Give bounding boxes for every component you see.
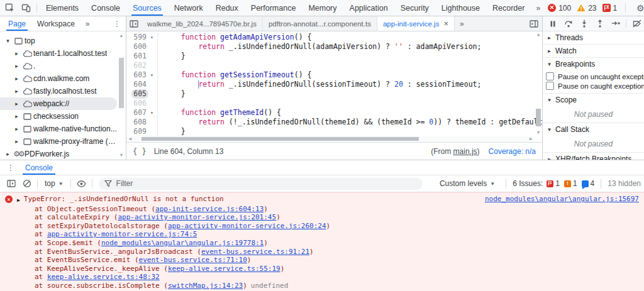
error-source-link[interactable]: node_modules\angular\angular.js:15697 [485,195,639,204]
tree-collapsed-icon[interactable]: ▸ [13,126,21,132]
stack-source-link[interactable]: app-activity-monitor-service.js:260:24 [168,222,326,230]
tree-item-tenant-1-localhost-test[interactable]: ▸tenant-1.localhost.test [0,47,117,60]
section-scope[interactable]: ▾Scope [543,93,644,106]
deactivate-breakpoints-button[interactable] [629,17,644,31]
sourcemap-file-link[interactable]: main.js [453,147,477,156]
gutter-cell[interactable]: 602 [126,61,158,70]
tree-collapsed-icon[interactable]: ▸ [13,75,21,82]
checkbox-icon[interactable] [546,82,554,90]
scrollbar-thumb[interactable] [142,137,419,141]
tab-memory[interactable]: Memory [302,0,343,16]
stack-source-link[interactable]: app-init-service.js:604:13 [155,205,264,213]
gutter-cell[interactable]: 605 [126,89,158,99]
tree-collapsed-icon[interactable]: ▸ [13,101,21,107]
section-watch[interactable]: ▸Watch [543,44,644,57]
gutter-cell[interactable]: 604 [126,80,158,89]
editor-tab-walkme-lib-2024-7894570e-br-js[interactable]: walkme_lib_2024...7894570e.br.js [142,16,263,31]
section-threads[interactable]: ▸Threads [543,31,644,44]
tab-console[interactable]: Console [85,0,126,16]
tree-item-checksession[interactable]: ▸checksession [0,110,117,123]
checkbox-pause-on-caught-exceptions[interactable]: Pause on caught exceptions [543,81,644,91]
step-over-button[interactable] [560,17,576,31]
javascript-context-select[interactable]: top ▼ [40,179,68,188]
issue-badge-error[interactable]: 1 [547,179,560,188]
tab-network[interactable]: Network [168,0,209,16]
navigator-tab-page[interactable]: Page [3,16,31,31]
scroll-right-icon[interactable]: ▶ [527,135,535,143]
coverage-link[interactable]: Coverage: n/a [489,147,536,156]
tree-collapsed-icon[interactable]: ▸ [13,113,21,119]
gutter-cell[interactable]: 603▾ [126,70,158,80]
tab-elements[interactable]: Elements [40,0,85,16]
tree-collapsed-icon[interactable]: ▸ [13,50,21,57]
editor-more-tabs-button[interactable]: » [455,16,469,31]
warning-count-badge[interactable]: 23 [577,4,596,13]
fold-arrow-icon[interactable]: ▾ [148,70,155,80]
checkbox-pause-on-uncaught-exceptions[interactable]: Pause on uncaught exceptions [543,72,644,81]
clear-console-button[interactable] [19,177,35,190]
gutter-cell[interactable]: 607▾ [126,108,158,118]
step-button[interactable] [608,17,623,31]
pretty-print-button[interactable]: { } [133,147,147,156]
stack-source-link[interactable]: keep-alive.service.ts:55:19 [168,265,280,273]
tree-item-webpack[interactable]: ▸webpack:// [0,97,117,110]
tree-expanded-icon[interactable]: ▾ [4,38,12,44]
tab-redux[interactable]: Redux [209,0,245,16]
show-drawer-panel-button[interactable] [526,16,542,31]
tree-collapsed-icon[interactable]: ▸ [13,63,21,69]
pause-script-button[interactable] [545,17,560,31]
live-expression-button[interactable] [74,177,89,190]
fold-arrow-icon[interactable]: ▾ [148,108,155,118]
tab-sources[interactable]: Sources [126,0,168,16]
tree-item-cdn-walkme-com[interactable]: ▸cdn.walkme.com [0,72,117,85]
tree-collapsed-icon[interactable]: ▸ [13,88,21,94]
tree-item-fastly-localhost-test[interactable]: ▸fastly.localhost.test [0,85,117,97]
inspect-element-button[interactable] [1,1,18,16]
tree-collapsed-icon[interactable]: ▸ [4,151,12,157]
stack-source-link[interactable]: keep-alive.service.ts:48:32 [47,273,160,281]
close-icon[interactable]: × [443,19,448,28]
stack-source-link[interactable]: switchMap.js:14:23 [168,282,243,290]
gutter-cell[interactable]: 599▾ [126,33,158,42]
drawer-menu-button[interactable]: ⋮ [1,163,20,172]
section-call-stack[interactable]: ▾Call Stack [543,123,644,136]
stack-source-link[interactable]: event-bus.service.ts:71:10 [139,256,247,264]
stack-source-link[interactable]: event-bus.service.ts:91:21 [201,248,309,256]
console-sidebar-button[interactable] [3,177,19,190]
editor-tab-app-init-service-js[interactable]: app-init-service.js× [377,16,455,31]
scroll-up-icon[interactable]: ▲ [535,31,542,38]
issue-badge-warning[interactable]: !1 [564,179,577,188]
issues-count-badge[interactable]: 1 [602,4,618,13]
tab-application[interactable]: Application [343,0,394,16]
issue-badge-info[interactable]: 4 [582,179,595,188]
scroll-up-icon[interactable]: ▲ [118,33,125,39]
tree-scrollbar[interactable]: ▲ ▼ [118,33,125,158]
tree-item-pdfworker-js[interactable]: ▸⚙⚙PDFworker.js [0,148,117,160]
tab-lighthouse[interactable]: Lighthouse [435,0,486,16]
navigator-tab-workspace[interactable]: Workspace [31,16,80,31]
tree-item-walkme-proxy-iframe-a[interactable]: ▸walkme-proxy-iframe (a... [0,135,117,148]
tree-item-[interactable]: ▸. [0,60,117,72]
scrollbar-thumb[interactable] [536,109,541,126]
scroll-down-icon[interactable]: ▼ [118,152,125,158]
issues-summary-label[interactable]: 6 Issues: [513,179,543,188]
tab-security[interactable]: Security [394,0,435,16]
tab-recorder[interactable]: Recorder [486,0,531,16]
editor-vertical-scrollbar[interactable]: ▲ ▼ [535,31,542,136]
device-toolbar-button[interactable] [18,1,34,16]
scroll-left-icon[interactable]: ◀ [126,135,134,143]
section-xhr-fetch-breakpoints[interactable]: ▸XHR/fetch Breakpoints [543,152,644,160]
step-into-button[interactable] [576,17,592,31]
tab-console[interactable]: Console [20,160,58,175]
gutter-cell[interactable]: 601 [126,52,158,61]
scrollbar-thumb[interactable] [119,58,124,108]
checkbox-icon[interactable] [546,72,554,80]
error-count-badge[interactable]: ✕ 100 [548,4,571,13]
hide-navigator-button[interactable] [126,16,142,31]
tab-performance[interactable]: Performance [245,0,303,16]
tree-item-top[interactable]: ▾top [0,35,117,47]
expand-triangle-icon[interactable]: ▶ [17,196,20,205]
scroll-down-icon[interactable]: ▼ [535,129,542,136]
section-breakpoints[interactable]: ▾Breakpoints [543,57,644,70]
navigator-menu-button[interactable]: ⋮ [108,19,126,28]
